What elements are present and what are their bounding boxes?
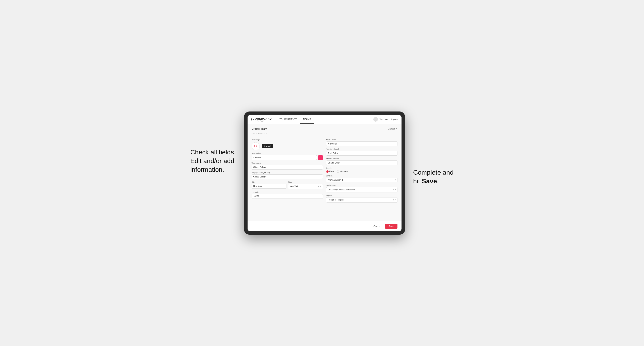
state-clear-button[interactable]: ✕ [318,185,321,187]
cancel-x-button[interactable]: Cancel ✕ [388,128,397,130]
athletic-director-label: Athletic Director [326,158,398,160]
tab-tournaments[interactable]: TOURNAMENTS [277,115,300,124]
gender-group: Gender Mens Womens [326,167,398,173]
sign-out-link[interactable]: Sign out [391,118,398,121]
assistant-coach-input[interactable] [326,151,398,156]
zip-input[interactable] [252,194,323,199]
instructions-left: Check all fields. Edit and/or add inform… [190,148,236,174]
conference-select[interactable]: University Athletic Association ✕ [326,187,398,192]
instruction-line1: Check all fields. [190,149,236,156]
division-select-wrapper: NCAA Division III [326,178,398,182]
brand-subtitle: Powered by clippd [251,120,272,122]
head-coach-label: Head Coach [326,139,398,141]
logo-area: C Upload [252,142,323,150]
division-label: Division [326,175,398,177]
display-name-input[interactable] [252,174,323,179]
team-name-group: Team name [252,162,323,170]
conference-clear-button[interactable]: ✕ [392,189,396,191]
color-row [252,155,323,160]
assistant-coach-label: Assistant Coach [326,148,398,150]
user-text: Test User | [380,118,389,121]
navbar-right: Test User | Sign out [373,117,398,122]
state-label: State [288,181,323,183]
conference-label: Conference [326,184,398,186]
region-label: Region [326,194,398,196]
team-logo-label: Team logo [252,139,323,141]
city-label: City [252,181,286,183]
navbar: SCOREBOARD Powered by clippd TOURNAMENTS… [248,115,402,124]
user-avatar [373,117,378,122]
instructions-right: Complete and hit Save. [413,168,454,185]
region-clear-button[interactable]: ✕ [392,199,396,201]
region-group: Region Region II - (M) DIII ✕ [326,194,398,202]
tablet-frame: SCOREBOARD Powered by clippd TOURNAMENTS… [244,112,405,235]
color-swatch[interactable] [318,155,323,160]
team-name-input[interactable] [252,165,323,170]
zip-group: Zip code [252,191,323,199]
display-name-label: Display name (unique) [252,172,323,173]
brand-logo: SCOREBOARD Powered by clippd [251,117,272,122]
team-colour-group: Team colour [252,152,323,160]
instruction-right-line2: hit Save. [413,177,439,185]
upload-button[interactable]: Upload [262,144,273,148]
save-button[interactable]: Save [385,224,398,229]
instruction-line3: information. [190,166,224,173]
state-select[interactable]: New York ✕ [288,184,323,189]
team-name-label: Team name [252,162,323,164]
gender-mens-radio[interactable]: Mens [326,170,334,173]
logo-circle: C [252,142,260,150]
athletic-director-input[interactable] [326,161,398,165]
team-colour-input[interactable] [252,155,317,160]
main-content: Create Team Cancel ✕ TEAM DETAILS Team l… [248,124,402,221]
section-label: TEAM DETAILS [252,133,398,136]
region-select[interactable]: Region II - (M) DIII ✕ [326,197,398,202]
womens-radio-dot [337,170,339,173]
tablet-screen: SCOREBOARD Powered by clippd TOURNAMENTS… [248,115,402,231]
gender-womens-radio[interactable]: Womens [337,170,348,173]
form-footer: Cancel Save [248,221,402,231]
instruction-line2: Edit and/or add [190,157,234,165]
state-group: State New York ✕ [288,181,323,189]
instruction-right-line1: Complete and [413,169,454,176]
form-header: Create Team Cancel ✕ [252,127,398,130]
tab-teams[interactable]: TEAMS [300,115,314,124]
form-title: Create Team [252,127,267,130]
form-left: Team logo C Upload Team colour [252,139,323,202]
city-input[interactable] [252,184,286,188]
mens-radio-dot [326,170,328,173]
assistant-coach-group: Assistant Coach [326,148,398,156]
head-coach-input[interactable] [326,142,398,146]
city-state-row: City State New York ✕ [252,181,323,189]
gender-row: Mens Womens [326,170,398,173]
cancel-button[interactable]: Cancel [371,224,383,229]
nav-tabs: TOURNAMENTS TEAMS [277,115,314,124]
team-colour-label: Team colour [252,152,323,154]
city-group: City [252,181,286,189]
zip-label: Zip code [252,191,323,193]
form-right: Head Coach Assistant Coach Athletic Dire… [326,139,398,202]
team-logo-group: Team logo C Upload [252,139,323,150]
brand-name: SCOREBOARD [251,117,272,120]
conference-group: Conference University Athletic Associati… [326,184,398,192]
division-select[interactable]: NCAA Division III [326,178,398,182]
form-grid: Team logo C Upload Team colour [252,139,398,202]
head-coach-group: Head Coach [326,139,398,146]
display-name-group: Display name (unique) [252,172,323,179]
division-group: Division NCAA Division III [326,175,398,182]
athletic-director-group: Athletic Director [326,158,398,165]
gender-label: Gender [326,167,398,169]
